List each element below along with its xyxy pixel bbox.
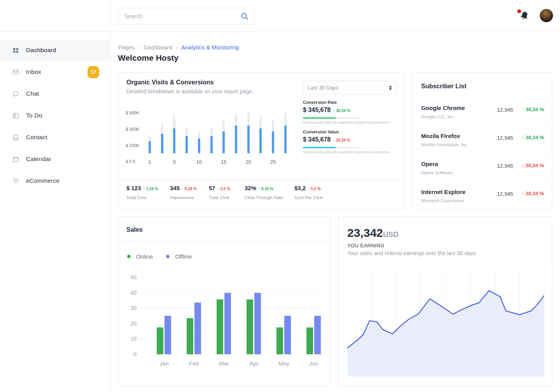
metric-block: Conversion Rate$ 345,678↑ 30,34 %Measure… — [303, 100, 397, 124]
bar-filled — [272, 131, 274, 153]
subscriber-name: Opera — [421, 161, 438, 167]
breadcrumb-link-pages[interactable]: Pages — [118, 44, 135, 51]
metric-caption: Measures the ratio of a website's visito… — [303, 150, 397, 154]
sidebar-item-ecommerce[interactable]: eCommerce — [0, 170, 110, 192]
bar-filled — [259, 128, 262, 153]
bar-online — [276, 327, 283, 354]
gridline — [140, 277, 322, 278]
y-axis-label: $ 300K — [126, 127, 139, 131]
chat-icon — [12, 90, 19, 98]
kpi-stat: 345↓ 0,34 %Impressions — [170, 185, 197, 200]
y-axis-label: 10 — [121, 336, 136, 342]
sidebar-item-label: Calendar — [26, 156, 51, 163]
y-axis-label: 50 — [121, 274, 136, 280]
metric-value: $ 345,678 — [303, 107, 331, 113]
bar-online — [306, 327, 313, 354]
subscriber-count: 12,345 — [497, 107, 513, 113]
card-title: Sales — [126, 226, 143, 233]
kpi-stat: 32%↑ 0,34 %Click-Through Rate — [245, 185, 283, 200]
x-axis-label: Jan — [152, 360, 176, 367]
sidebar-item-label: Inbox — [26, 68, 41, 75]
metric-block: Conversion Value$ 345,678↓ 30,34 %Measur… — [303, 130, 397, 154]
stat-value: 57 — [209, 185, 215, 191]
bar-filled — [161, 134, 163, 153]
y-axis-label: 0 — [121, 351, 136, 357]
subscriber-name: Internet Explore — [421, 189, 466, 195]
breadcrumb-separator: › — [172, 44, 181, 51]
breadcrumb-separator: › — [135, 44, 144, 51]
bar-online — [187, 318, 193, 354]
x-axis-label: 1 — [144, 159, 156, 165]
earning-value: 23,342 — [347, 226, 383, 239]
bar-filled — [186, 136, 188, 153]
earning-label: YOU EARNING — [347, 243, 384, 248]
sidebar-item-chat[interactable]: Chat — [0, 83, 110, 105]
stat-value: 345 — [170, 185, 180, 191]
mail-icon — [12, 68, 19, 76]
kpi-stats-row: $ 123↑ 1,34 %Total Cost345↓ 0,34 %Impres… — [119, 185, 404, 210]
metric-change: ↑ 30,34 % — [333, 108, 350, 113]
metric-change: ↓ 30,34 % — [333, 138, 350, 142]
subscriber-row-mozila-firefox: Mozila FirefoxMozilla Foundation, Inc.12… — [413, 126, 552, 154]
sidebar-item-to-do[interactable]: To Do — [0, 105, 110, 126]
legend-dot — [166, 255, 170, 258]
subscriber-count: 12,345 — [497, 191, 513, 197]
inbox-badge: 17 — [88, 66, 99, 78]
subscriber-rows: Google ChromeGoogle LLC, Inc.12,345↑30,3… — [413, 98, 552, 210]
x-axis-label: 15 — [218, 159, 229, 165]
subscriber-company: Opera Software — [421, 170, 453, 175]
notifications-button[interactable] — [516, 9, 531, 23]
x-axis-label: Mar — [212, 360, 236, 367]
search-icon[interactable] — [240, 12, 249, 21]
sidebar-item-dashboard[interactable]: Dashboard — [0, 39, 110, 61]
legend-item-offline[interactable]: Offline — [166, 253, 192, 260]
grid-icon — [12, 46, 19, 54]
gridline — [140, 293, 322, 293]
organic-visits-card: Organic Visits & Conversions Detailed br… — [118, 72, 404, 210]
metric-progress-fill — [303, 117, 336, 119]
search-input[interactable] — [119, 13, 240, 19]
x-axis-label: 20 — [243, 159, 254, 165]
bar-filled — [210, 136, 213, 153]
y-axis-label: $ 500K — [126, 110, 139, 115]
user-avatar[interactable] — [540, 9, 553, 22]
x-axis-label: Feb — [182, 360, 206, 367]
stat-label: Click-Through Rate — [245, 195, 283, 200]
y-axis-label: $ 0 K — [126, 159, 136, 164]
page-title: Welcome Hosty — [118, 53, 178, 63]
sidebar-item-inbox[interactable]: Inbox17 — [0, 61, 110, 83]
bar-offline — [164, 316, 171, 354]
bar-offline — [224, 293, 231, 354]
subscriber-row-internet-explore: Internet ExploreMicrosoft Corporation12,… — [413, 182, 552, 210]
subscriber-change: ↓30,34 % — [522, 163, 544, 168]
conversion-metrics: Conversion Rate$ 345,678↑ 30,34 %Measure… — [303, 100, 397, 159]
search-box — [118, 8, 254, 24]
stat-value: $3,2 — [294, 185, 306, 191]
subscriber-list-card: Subscriber List Google ChromeGoogle LLC,… — [412, 72, 552, 210]
breadcrumb-current[interactable]: Analytics & Monitoring — [181, 44, 239, 51]
period-select[interactable]: Last 30 Days — [303, 81, 397, 94]
x-axis-label: 10 — [193, 159, 205, 165]
bar-filled — [235, 126, 237, 153]
bar-filled — [247, 126, 250, 153]
stat-change: ↓ 0,3 % — [217, 187, 230, 191]
sidebar-item-label: Contact — [26, 134, 47, 141]
stat-label: Total Cost — [126, 195, 158, 200]
sidebar-item-contact[interactable]: Contact — [0, 126, 110, 148]
breadcrumb-link-dashboard[interactable]: Dashboard — [144, 44, 172, 51]
sidebar-menu: DashboardInbox17ChatTo DoContactCalendar… — [0, 39, 110, 192]
sales-card: Sales OnlineOffline 01020304050JanFebMar… — [118, 217, 331, 387]
contact-icon — [12, 133, 19, 141]
legend-item-online[interactable]: Online — [127, 253, 153, 260]
stat-label: Cost Per Click — [294, 195, 323, 200]
stat-value: $ 123 — [126, 185, 141, 191]
todo-icon — [12, 112, 19, 119]
x-axis-label: May — [272, 360, 296, 367]
subscriber-count: 12,345 — [497, 135, 513, 141]
x-axis-label: 5 — [168, 159, 180, 165]
sidebar-item-calendar[interactable]: Calendar — [0, 148, 110, 170]
subscriber-change: ↑30,34 % — [522, 135, 544, 140]
earning-currency: USD — [383, 230, 399, 238]
sidebar-item-label: Chat — [26, 90, 39, 97]
divider — [119, 242, 330, 242]
